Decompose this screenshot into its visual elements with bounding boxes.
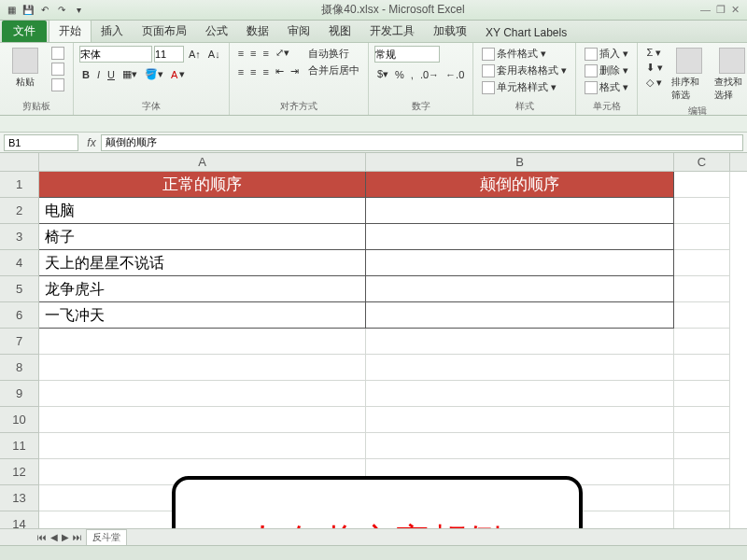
cell[interactable] [674, 172, 730, 198]
cell[interactable]: 一飞冲天 [39, 302, 366, 329]
indent-inc-button[interactable]: ⇥ [288, 64, 302, 78]
cell[interactable] [366, 433, 674, 459]
paste-button[interactable]: 粘贴 [6, 46, 45, 91]
col-head-c[interactable]: C [674, 153, 730, 171]
row-head[interactable]: 4 [0, 250, 39, 276]
tab-layout[interactable]: 页面布局 [133, 21, 196, 42]
align-right-button[interactable]: ≡ [261, 64, 272, 78]
cell[interactable] [674, 433, 730, 459]
cell-style-button[interactable]: 单元格样式 ▾ [479, 79, 570, 95]
cell[interactable] [39, 433, 366, 459]
format-cells-button[interactable]: 格式 ▾ [582, 79, 631, 95]
autosum-button[interactable]: Σ ▾ [643, 46, 666, 60]
cell[interactable] [674, 329, 730, 355]
cell[interactable] [366, 407, 674, 433]
tab-dev[interactable]: 开发工具 [360, 21, 424, 42]
comma-button[interactable]: , [408, 67, 416, 81]
formula-input[interactable]: 颠倒的顺序 [101, 134, 743, 151]
shrink-font-button[interactable]: A↓ [205, 46, 223, 63]
row-head[interactable]: 8 [0, 355, 39, 381]
bold-button[interactable]: B [79, 67, 92, 81]
sort-filter-button[interactable]: 排序和筛选 [669, 46, 709, 104]
row-head[interactable]: 12 [0, 459, 39, 485]
cell[interactable] [39, 355, 366, 381]
qat-more-icon[interactable]: ▾ [71, 3, 86, 18]
minimize-button[interactable]: — [700, 4, 711, 16]
worksheet-grid[interactable]: A B C 123456789101112131415 正常的顺序颠倒的顺序电脑… [0, 153, 747, 545]
sheet-nav-last[interactable]: ⏭ [73, 532, 82, 542]
cell[interactable] [366, 302, 674, 329]
currency-button[interactable]: $▾ [374, 67, 391, 81]
cell[interactable]: 正常的顺序 [39, 172, 366, 198]
row-head[interactable]: 3 [0, 224, 39, 250]
cell[interactable] [366, 198, 674, 224]
cell[interactable]: 电脑 [39, 198, 366, 224]
col-head-b[interactable]: B [366, 153, 674, 171]
cell[interactable] [39, 329, 366, 355]
tab-formulas[interactable]: 公式 [196, 21, 237, 42]
font-size-input[interactable] [154, 46, 184, 63]
fx-icon[interactable]: fx [82, 136, 101, 149]
row-head[interactable]: 11 [0, 433, 39, 459]
tab-home[interactable]: 开始 [49, 20, 92, 42]
dec-decimal-button[interactable]: ←.0 [443, 67, 467, 81]
italic-button[interactable]: I [94, 67, 103, 81]
cell[interactable]: 颠倒的顺序 [366, 172, 674, 198]
border-button[interactable]: ▦▾ [120, 67, 140, 81]
cell[interactable] [674, 198, 730, 224]
number-format-select[interactable] [374, 46, 440, 63]
cell[interactable] [39, 381, 366, 407]
wrap-text-button[interactable]: 自动换行 [305, 46, 362, 62]
cell[interactable] [366, 355, 674, 381]
name-box[interactable]: B1 [4, 134, 78, 151]
cell[interactable] [674, 276, 730, 302]
underline-button[interactable]: U [105, 67, 118, 81]
align-mid-button[interactable]: ≡ [247, 46, 259, 60]
cell[interactable] [366, 276, 674, 302]
row-head[interactable]: 7 [0, 329, 39, 355]
align-left-button[interactable]: ≡ [235, 64, 247, 78]
redo-icon[interactable]: ↷ [54, 3, 69, 18]
indent-dec-button[interactable]: ⇤ [273, 64, 287, 78]
close-button[interactable]: ✕ [731, 4, 740, 16]
row-head[interactable]: 9 [0, 381, 39, 407]
sheet-nav-prev[interactable]: ◀ [50, 532, 58, 542]
col-head-a[interactable]: A [39, 153, 366, 171]
cell[interactable] [366, 381, 674, 407]
cell[interactable] [366, 224, 674, 250]
cell[interactable] [674, 224, 730, 250]
fill-button[interactable]: ⬇ ▾ [643, 61, 666, 75]
clear-button[interactable]: ◇ ▾ [643, 76, 666, 90]
cell[interactable] [674, 459, 730, 485]
tab-insert[interactable]: 插入 [92, 21, 133, 42]
cut-button[interactable] [49, 46, 67, 61]
tab-review[interactable]: 审阅 [278, 21, 319, 42]
orientation-button[interactable]: ⤢▾ [273, 46, 292, 60]
cell[interactable] [674, 381, 730, 407]
align-top-button[interactable]: ≡ [235, 46, 247, 60]
table-format-button[interactable]: 套用表格格式 ▾ [479, 63, 570, 78]
insert-cells-button[interactable]: 插入 ▾ [582, 46, 631, 62]
tab-view[interactable]: 视图 [319, 21, 360, 42]
cell[interactable] [366, 250, 674, 276]
sheet-nav-next[interactable]: ▶ [62, 532, 69, 542]
inc-decimal-button[interactable]: .0→ [417, 67, 442, 81]
format-painter-button[interactable] [49, 77, 67, 92]
cell[interactable] [674, 250, 730, 276]
delete-cells-button[interactable]: 删除 ▾ [582, 63, 631, 78]
cell[interactable] [366, 329, 674, 355]
merge-button[interactable]: 合并后居中 [305, 63, 362, 78]
cell[interactable] [674, 485, 730, 511]
maximize-button[interactable]: ❐ [716, 4, 726, 16]
cell[interactable] [674, 407, 730, 433]
tab-addins[interactable]: 加载项 [424, 21, 476, 42]
sheet-nav-first[interactable]: ⏮ [37, 532, 47, 542]
align-center-button[interactable]: ≡ [247, 64, 259, 78]
row-head[interactable]: 6 [0, 302, 39, 329]
font-color-button[interactable]: A▾ [168, 67, 188, 81]
tab-file[interactable]: 文件 [2, 21, 47, 42]
undo-icon[interactable]: ↶ [37, 3, 52, 18]
cond-format-button[interactable]: 条件格式 ▾ [479, 46, 570, 62]
sheet-tab-1[interactable]: 反斗堂 [86, 529, 127, 545]
cell[interactable]: 椅子 [39, 224, 366, 250]
